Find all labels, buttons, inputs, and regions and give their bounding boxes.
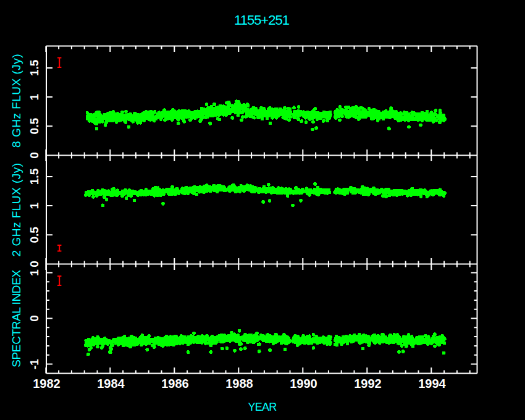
svg-text:1982: 1982 — [33, 377, 61, 390]
svg-text:1990: 1990 — [290, 377, 317, 390]
svg-text:0: 0 — [28, 261, 41, 267]
svg-text:2 GHz FLUX (Jy): 2 GHz FLUX (Jy) — [10, 162, 23, 256]
svg-text:1: 1 — [28, 93, 41, 100]
svg-text:1994: 1994 — [418, 377, 446, 390]
svg-text:1.5: 1.5 — [28, 168, 41, 185]
svg-text:1988: 1988 — [225, 377, 253, 390]
svg-text:1.5: 1.5 — [28, 59, 41, 76]
svg-text:1986: 1986 — [161, 377, 189, 390]
svg-text:0.5: 0.5 — [28, 118, 41, 135]
svg-text:1: 1 — [28, 269, 41, 276]
svg-text:YEAR: YEAR — [248, 401, 277, 413]
svg-text:-1: -1 — [28, 359, 41, 369]
svg-text:0.5: 0.5 — [28, 227, 41, 243]
svg-text:1984: 1984 — [97, 377, 125, 390]
svg-text:SPECTRAL INDEX: SPECTRAL INDEX — [10, 270, 23, 368]
svg-text:0: 0 — [28, 315, 41, 322]
svg-text:8 GHz FLUX (Jy): 8 GHz FLUX (Jy) — [10, 54, 23, 148]
svg-text:1992: 1992 — [354, 377, 382, 390]
svg-text:1155+251: 1155+251 — [234, 12, 290, 28]
svg-text:0: 0 — [28, 152, 41, 159]
svg-text:1: 1 — [28, 202, 41, 209]
